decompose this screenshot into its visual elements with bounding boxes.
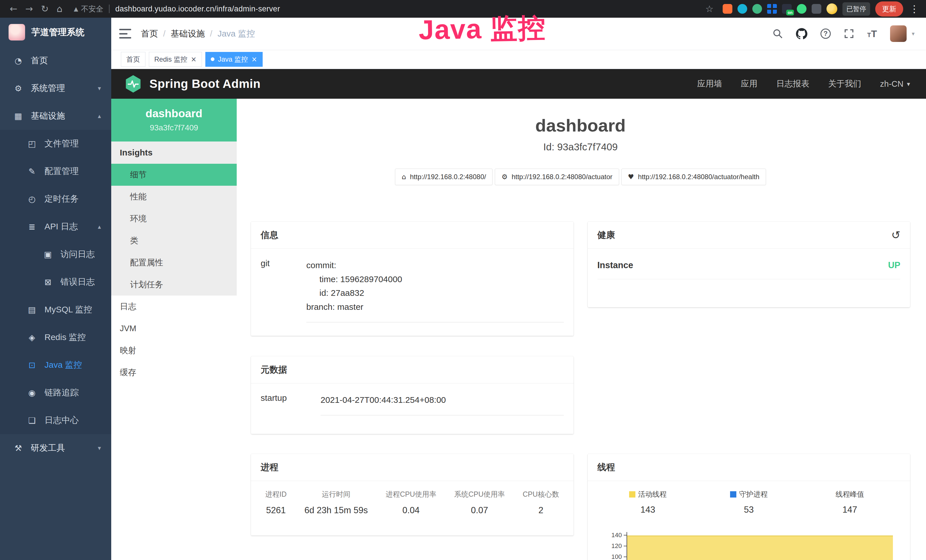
update-button[interactable]: 更新 xyxy=(875,2,903,17)
card-title: 线程 xyxy=(598,461,615,473)
browser-actions: ☆ on 已暂停 更新 ⋮ xyxy=(701,2,920,17)
sidebar-item-mysql-monitor[interactable]: ▤ MySQL 监控 xyxy=(0,296,111,324)
health-url-link[interactable]: ♥ http://192.168.0.2:48080/actuator/heal… xyxy=(622,169,766,185)
close-icon[interactable]: × xyxy=(251,55,257,64)
sba-item-metrics[interactable]: 性能 xyxy=(111,186,237,208)
sidebar-item-scheduled-jobs[interactable]: ◴ 定时任务 xyxy=(0,185,111,213)
home-icon: ⌂ xyxy=(401,173,406,181)
security-label[interactable]: 不安全 xyxy=(81,4,103,14)
threads-card: 线程 活动线程 143 守护进程 xyxy=(588,454,910,560)
paused-badge[interactable]: 已暂停 xyxy=(843,2,870,16)
annotation-text: Java 监控 xyxy=(418,10,546,49)
extension-icon-leaf[interactable] xyxy=(797,4,806,14)
github-icon[interactable] xyxy=(796,28,807,39)
java-monitor-icon: ⊡ xyxy=(27,360,37,370)
extension-icon-pin[interactable] xyxy=(737,4,747,14)
chart-y-axis: 140 120 100 xyxy=(602,529,626,560)
search-icon[interactable] xyxy=(773,29,783,39)
sba-nav-wallboard[interactable]: 应用墙 xyxy=(697,78,722,89)
link-text: http://192.168.0.2:48080/ xyxy=(410,173,486,181)
sba-item-logs[interactable]: 日志 xyxy=(111,295,237,318)
sba-item-details[interactable]: 细节 xyxy=(111,164,237,186)
sidebar-item-label: 错误日志 xyxy=(61,276,95,288)
item-label: 配置属性 xyxy=(130,257,163,268)
actuator-url-link[interactable]: ⚙ http://192.168.0.2:48080/actuator xyxy=(495,169,619,185)
threads-chart: 140 120 100 xyxy=(598,529,900,560)
sba-item-environment[interactable]: 环境 xyxy=(111,208,237,230)
sidebar-item-api-log[interactable]: ≣ API 日志 ▴ xyxy=(0,213,111,241)
error-log-icon: ⊠ xyxy=(43,277,53,287)
sba-language-select[interactable]: zh-CN ▾ xyxy=(880,79,910,89)
back-icon[interactable]: ← xyxy=(10,3,17,14)
legend-label: 线程峰值 xyxy=(835,490,864,499)
chevron-down-icon: ▾ xyxy=(98,445,101,452)
breadcrumb-infra[interactable]: 基础设施 xyxy=(171,28,205,40)
sba-item-caches[interactable]: 缓存 xyxy=(111,362,237,383)
instance-name: dashboard xyxy=(114,107,234,120)
tab-home[interactable]: 首页 xyxy=(121,52,145,67)
sidebar-item-infra[interactable]: ▦ 基础设施 ▴ xyxy=(0,102,111,130)
sba-nav-about[interactable]: 关于我们 xyxy=(828,78,861,89)
help-icon[interactable]: ? xyxy=(820,29,831,39)
extension-icon-switch[interactable]: on xyxy=(782,4,792,14)
font-size-icon[interactable]: TT xyxy=(867,28,877,39)
sidebar-item-system[interactable]: ⚙ 系统管理 ▾ xyxy=(0,74,111,102)
sidebar-item-file-manage[interactable]: ◰ 文件管理 xyxy=(0,130,111,157)
legend-value: 147 xyxy=(799,505,900,515)
sidebar-item-home[interactable]: ◔ 首页 xyxy=(0,47,111,74)
sba-logo-icon[interactable] xyxy=(124,75,142,93)
sidebar-item-config-manage[interactable]: ✎ 配置管理 xyxy=(0,157,111,185)
tick-mark xyxy=(624,557,626,557)
extension-icon-puzzle[interactable] xyxy=(812,4,822,14)
avatar[interactable] xyxy=(890,26,906,42)
sidebar-item-dev-tools[interactable]: ⚒ 研发工具 ▾ xyxy=(0,434,111,462)
address-bar[interactable]: ▲ 不安全 dashboard.yudao.iocoder.cn/infra/a… xyxy=(74,4,280,14)
log-list-icon: ≣ xyxy=(27,222,37,232)
font-size-large: T xyxy=(871,28,877,39)
sba-nav: 应用墙 应用 日志报表 关于我们 zh-CN ▾ xyxy=(697,78,910,89)
tools-icon: ⚒ xyxy=(13,443,23,453)
service-url-link[interactable]: ⌂ http://192.168.0.2:48080/ xyxy=(395,169,493,185)
item-label: 缓存 xyxy=(120,367,136,378)
bookmark-star-icon[interactable]: ☆ xyxy=(705,3,714,14)
process-stat-pid: 进程ID 5261 xyxy=(265,490,287,516)
item-label: 环境 xyxy=(130,213,147,224)
legend-peak-threads: 线程峰值 147 xyxy=(799,490,900,515)
emoji-face-icon[interactable] xyxy=(826,3,837,14)
sidebar-item-tracing[interactable]: ◉ 链路追踪 xyxy=(0,379,111,407)
sidebar-item-label: API 日志 xyxy=(44,221,78,233)
sba-item-classes[interactable]: 类 xyxy=(111,230,237,251)
health-instance-label: Instance xyxy=(598,260,633,271)
screen: ← → ↻ ⌂ ▲ 不安全 dashboard.yudao.iocoder.cn… xyxy=(0,0,926,560)
sidebar-item-access-log[interactable]: ▣ 访问日志 xyxy=(0,241,111,268)
sba-item-jvm[interactable]: JVM xyxy=(111,318,237,339)
close-icon[interactable]: × xyxy=(191,55,197,64)
home-icon[interactable]: ⌂ xyxy=(56,3,62,14)
tab-redis-monitor[interactable]: Redis 监控 × xyxy=(149,52,202,67)
breadcrumb-home[interactable]: 首页 xyxy=(141,28,158,40)
sba-nav-applications[interactable]: 应用 xyxy=(741,78,758,89)
browser-menu-icon[interactable]: ⋮ xyxy=(909,3,919,15)
reload-icon[interactable]: ↻ xyxy=(41,3,49,14)
sba-brand-title[interactable]: Spring Boot Admin xyxy=(150,77,261,91)
sba-item-scheduled-tasks[interactable]: 计划任务 xyxy=(111,274,237,295)
extension-icon-grid[interactable] xyxy=(767,4,777,14)
extension-icon-vue[interactable] xyxy=(752,4,762,14)
sidebar-item-error-log[interactable]: ⊠ 错误日志 xyxy=(0,268,111,296)
collapse-sidebar-icon[interactable] xyxy=(119,29,131,38)
tab-label: Redis 监控 xyxy=(154,55,188,64)
tab-java-monitor[interactable]: Java 监控 × xyxy=(205,52,262,67)
sba-item-config-props[interactable]: 配置属性 xyxy=(111,251,237,274)
sidebar-item-java-monitor[interactable]: ⊡ Java 监控 xyxy=(0,351,111,379)
history-icon[interactable]: ↺ xyxy=(891,230,900,241)
stat-value: 0.04 xyxy=(386,505,436,516)
extension-icon-fox[interactable] xyxy=(723,4,732,14)
instance-links: ⌂ http://192.168.0.2:48080/ ⚙ http://192… xyxy=(251,169,910,185)
url-text[interactable]: dashboard.yudao.iocoder.cn/infra/admin-s… xyxy=(115,5,280,14)
forward-icon[interactable]: → xyxy=(26,3,33,14)
sidebar-item-log-center[interactable]: ❏ 日志中心 xyxy=(0,407,111,434)
sba-item-mappings[interactable]: 映射 xyxy=(111,339,237,362)
sba-nav-journal[interactable]: 日志报表 xyxy=(776,78,809,89)
sidebar-item-redis-monitor[interactable]: ◈ Redis 监控 xyxy=(0,324,111,351)
fullscreen-icon[interactable] xyxy=(844,29,854,39)
